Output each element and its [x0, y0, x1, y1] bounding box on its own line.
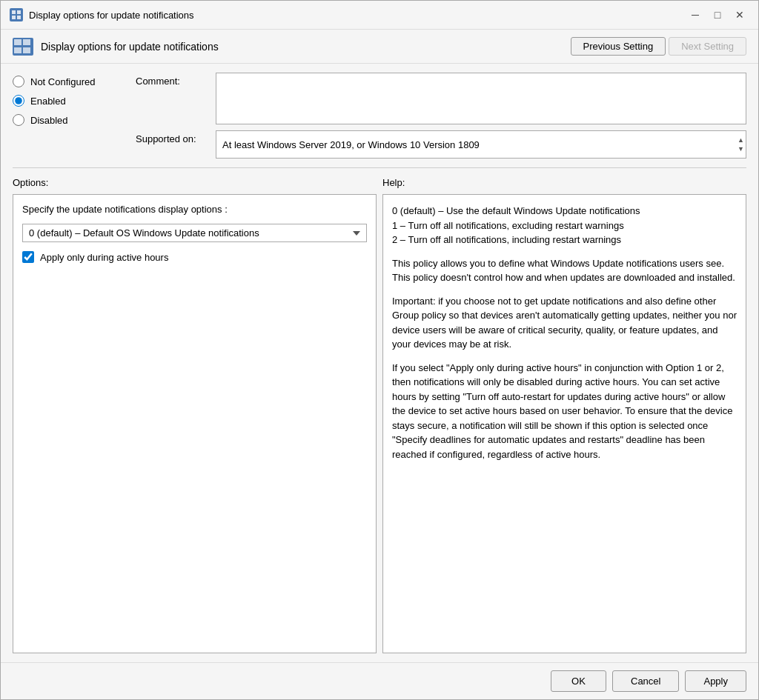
title-controls: ─ □ ✕ — [686, 7, 749, 23]
cancel-button[interactable]: Cancel — [612, 670, 679, 692]
help-paragraph-1: This policy allows you to define what Wi… — [392, 256, 737, 285]
disabled-radio[interactable] — [13, 114, 24, 126]
enabled-option[interactable]: Enabled — [13, 95, 124, 107]
divider — [13, 167, 746, 168]
header-left: Display options for update notifications — [13, 38, 219, 56]
active-hours-label: Apply only during active hours — [40, 252, 168, 263]
previous-setting-button[interactable]: Previous Setting — [571, 37, 666, 56]
dropdown-row: 0 (default) – Default OS Windows Update … — [22, 224, 367, 242]
content-area: Not Configured Enabled Disabled Comment: — [1, 64, 758, 662]
dialog-title: Display options for update notifications — [41, 41, 219, 53]
ok-button[interactable]: OK — [551, 670, 606, 692]
comment-row: Comment: — [136, 73, 746, 124]
help-line-1: 0 (default) – Use the default Windows Up… — [392, 204, 737, 247]
bottom-panels: Specify the update notifications display… — [13, 194, 746, 653]
scroll-down-icon: ▼ — [738, 145, 744, 153]
window-icon — [10, 8, 23, 21]
help-label: Help: — [382, 177, 405, 188]
options-label: Options: — [13, 177, 48, 188]
help-panel: 0 (default) – Use the default Windows Up… — [382, 194, 746, 653]
disabled-label: Disabled — [30, 115, 68, 126]
supported-row: Supported on: At least Windows Server 20… — [136, 130, 746, 159]
comment-textarea[interactable] — [216, 73, 746, 124]
svg-rect-0 — [12, 10, 16, 14]
window-title: Display options for update notifications — [29, 10, 194, 21]
help-label-container: Help: — [382, 177, 746, 188]
apply-button[interactable]: Apply — [685, 670, 746, 692]
help-paragraph-2: Important: if you choose not to get upda… — [392, 294, 737, 352]
help-box: 0 (default) – Use the default Windows Up… — [382, 194, 746, 653]
not-configured-label: Not Configured — [30, 76, 95, 87]
panel-labels: Options: Help: — [13, 177, 746, 188]
comment-supported-area: Comment: Supported on: At least Windows … — [136, 73, 746, 159]
title-bar-left: Display options for update notifications — [10, 8, 194, 21]
options-panel: Specify the update notifications display… — [13, 194, 377, 653]
scroll-up-icon: ▲ — [738, 136, 744, 144]
minimize-button[interactable]: ─ — [686, 7, 705, 23]
notification-dropdown[interactable]: 0 (default) – Default OS Windows Update … — [22, 224, 367, 242]
next-setting-button[interactable]: Next Setting — [669, 37, 746, 56]
options-label-container: Options: — [13, 177, 377, 188]
svg-rect-2 — [12, 16, 16, 19]
svg-rect-7 — [23, 47, 30, 53]
svg-rect-4 — [14, 39, 21, 45]
bottom-buttons: OK Cancel Apply — [1, 662, 758, 699]
radio-section: Not Configured Enabled Disabled Comment: — [13, 73, 746, 159]
options-title: Specify the update notifications display… — [22, 204, 367, 215]
svg-rect-5 — [23, 39, 30, 45]
close-button[interactable]: ✕ — [730, 7, 749, 23]
supported-label: Supported on: — [136, 130, 210, 144]
radio-group: Not Configured Enabled Disabled — [13, 73, 124, 126]
navigation-buttons: Previous Setting Next Setting — [571, 37, 747, 56]
supported-value-box: At least Windows Server 2019, or Windows… — [216, 130, 746, 159]
enabled-radio[interactable] — [13, 95, 24, 107]
header-bar: Display options for update notifications… — [1, 30, 758, 64]
main-window: Display options for update notifications… — [0, 0, 759, 700]
supported-value: At least Windows Server 2019, or Windows… — [222, 139, 480, 150]
svg-rect-1 — [17, 10, 21, 14]
active-hours-checkbox-row[interactable]: Apply only during active hours — [22, 251, 367, 263]
comment-label: Comment: — [136, 73, 210, 87]
enabled-label: Enabled — [30, 96, 66, 107]
not-configured-option[interactable]: Not Configured — [13, 76, 124, 87]
svg-rect-6 — [14, 47, 21, 53]
options-box: Specify the update notifications display… — [13, 194, 377, 653]
not-configured-radio[interactable] — [13, 76, 24, 87]
disabled-option[interactable]: Disabled — [13, 114, 124, 126]
help-paragraph-3: If you select "Apply only during active … — [392, 361, 737, 462]
scroll-arrows: ▲ ▼ — [738, 136, 744, 153]
svg-rect-3 — [17, 16, 21, 19]
maximize-button[interactable]: □ — [708, 7, 727, 23]
header-icon — [13, 38, 33, 56]
active-hours-checkbox[interactable] — [22, 251, 34, 263]
title-bar: Display options for update notifications… — [1, 1, 758, 30]
